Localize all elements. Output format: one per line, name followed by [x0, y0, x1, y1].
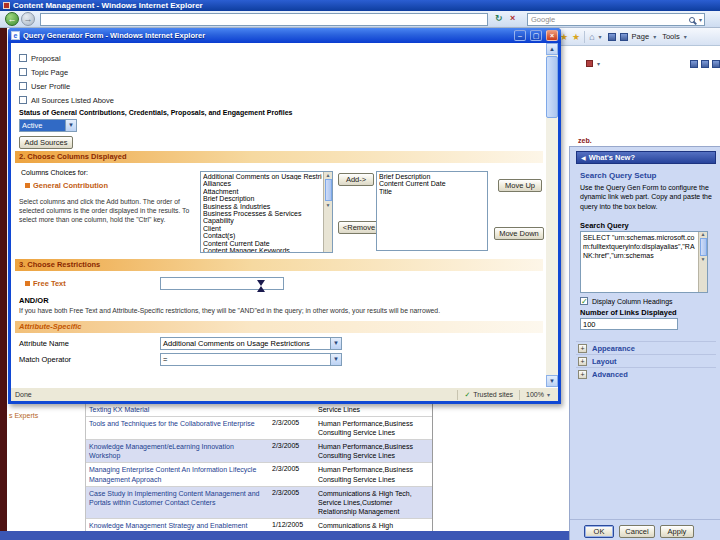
list-scrollbar[interactable]: ▲▼ [323, 172, 332, 252]
row-title-link[interactable]: Knowledge Management Strategy and Enable… [86, 519, 270, 531]
column-option[interactable]: Brief Description [203, 195, 322, 202]
table-row[interactable]: Knowledge Management/eLearning Innovatio… [86, 440, 432, 463]
tool-pane-section[interactable]: + Layout [576, 354, 716, 367]
row-title-link[interactable]: Case Study in Implementing Content Manag… [86, 487, 270, 518]
checked-checkbox-icon[interactable]: ✓ [580, 297, 588, 305]
search-dropdown-icon[interactable]: ▾ [699, 16, 702, 23]
minimize-button[interactable]: – [514, 30, 526, 41]
tools-menu[interactable]: Tools [662, 32, 680, 41]
row-title-link[interactable]: Texting KX Material [86, 403, 270, 416]
table-row[interactable]: Knowledge Management Strategy and Enable… [86, 519, 432, 531]
zoom-dropdown-icon[interactable]: ▾ [547, 391, 550, 398]
selected-column-option[interactable]: Brief Description [379, 173, 485, 180]
close-button[interactable]: × [546, 30, 558, 41]
available-columns-list[interactable]: ▲▼ Additional Comments on Usage Restrict… [200, 171, 333, 253]
status-select[interactable]: Active ▼ [19, 119, 77, 132]
scroll-thumb[interactable] [546, 56, 558, 118]
checkbox-icon[interactable] [19, 96, 27, 104]
column-option[interactable]: Attachment [203, 188, 322, 195]
section3-header: 3. Choose Restrictions [15, 259, 543, 271]
attribute-name-select[interactable]: Additional Comments on Usage Restriction… [160, 337, 342, 350]
popup-titlebar[interactable]: e Query Generator Form - Windows Interne… [8, 28, 561, 43]
chevron-down-icon[interactable]: ▼ [65, 120, 76, 131]
textarea-scrollbar[interactable]: ▲▼ [698, 232, 707, 292]
search-query-textarea[interactable]: SELECT "urn:schemas.microsoft.com:fullte… [580, 231, 708, 293]
forward-button[interactable]: → [21, 12, 35, 26]
add-favorite-icon[interactable]: ★ [572, 32, 580, 42]
source-checkbox-row[interactable]: Proposal [19, 51, 114, 65]
toolbar-icon[interactable] [690, 60, 698, 68]
source-checkbox-row[interactable]: All Sources Listed Above [19, 93, 114, 107]
column-option[interactable]: Client [203, 225, 322, 232]
collapse-arrow-icon[interactable]: ◀ [581, 154, 586, 161]
maximize-button[interactable]: ▢ [530, 30, 542, 41]
remove-column-button[interactable]: <Remove [338, 221, 380, 234]
table-row[interactable]: Tools and Techniques for the Collaborati… [86, 417, 432, 440]
column-option[interactable]: Content Manager Keywords [203, 247, 322, 253]
selected-column-option[interactable]: Content Current Date [379, 180, 485, 187]
column-option[interactable]: Contact(s) [203, 232, 322, 239]
column-option[interactable]: Business & Industries [203, 203, 322, 210]
zoom-control[interactable]: 100% ▾ [519, 390, 558, 400]
add-column-button[interactable]: Add-> [338, 173, 374, 186]
refresh-icon[interactable]: ↻ [495, 13, 503, 23]
display-headings-row[interactable]: ✓ Display Column Headings [580, 297, 673, 305]
apply-button[interactable]: Apply [660, 525, 694, 538]
search-icon[interactable] [689, 17, 695, 23]
selected-columns-list[interactable]: Brief Description Content Current Date T… [376, 171, 488, 251]
tool-pane-section[interactable]: + Appearance [576, 341, 716, 354]
scroll-down-icon[interactable]: ▼ [546, 375, 558, 387]
expand-icon[interactable]: + [578, 357, 587, 366]
checkbox-icon[interactable] [19, 82, 27, 90]
checkbox-label: Proposal [31, 54, 61, 63]
cancel-button[interactable]: Cancel [619, 525, 655, 538]
selected-column-option[interactable]: Title [379, 188, 485, 195]
table-row[interactable]: Texting KX Material Service Lines [86, 403, 432, 417]
print-icon[interactable] [608, 33, 616, 41]
links-displayed-input[interactable] [580, 318, 678, 330]
match-operator-select[interactable]: = ▼ [160, 353, 342, 366]
expand-icon[interactable]: + [578, 344, 587, 353]
toolbar-icon[interactable] [712, 60, 720, 68]
alert-dropdown-icon[interactable]: ▾ [597, 60, 600, 67]
ok-button[interactable]: OK [584, 525, 614, 538]
row-title-link[interactable]: Knowledge Management/eLearning Innovatio… [86, 440, 270, 462]
experts-link[interactable]: s Experts [9, 412, 38, 419]
checkbox-icon[interactable] [19, 68, 27, 76]
whats-new-header[interactable]: ◀ What's New? [576, 151, 716, 164]
favorites-icon[interactable]: ★ [560, 32, 568, 42]
popup-scrollbar[interactable]: ▲ ▼ [546, 43, 558, 387]
expand-icon[interactable]: + [578, 370, 587, 379]
scroll-up-icon[interactable]: ▲ [546, 43, 558, 55]
table-row[interactable]: Managing Enterprise Content An Informati… [86, 463, 432, 486]
column-option[interactable]: Capability [203, 217, 322, 224]
page-menu[interactable]: Page [632, 32, 650, 41]
page-dropdown-icon[interactable]: ▾ [653, 33, 656, 40]
column-option[interactable]: Additional Comments on Usage Restriction… [203, 173, 322, 180]
search-box[interactable]: Google ▾ [527, 13, 705, 26]
source-checkbox-row[interactable]: Topic Page [19, 65, 114, 79]
move-up-button[interactable]: Move Up [498, 179, 542, 192]
back-button[interactable]: ← [5, 12, 19, 26]
toolbar-icon[interactable] [701, 60, 709, 68]
row-title-link[interactable]: Managing Enterprise Content An Informati… [86, 463, 270, 485]
add-sources-button[interactable]: Add Sources [19, 136, 73, 149]
row-title-link[interactable]: Tools and Techniques for the Collaborati… [86, 417, 270, 439]
home-dropdown-icon[interactable]: ▾ [599, 33, 602, 40]
move-down-button[interactable]: Move Down [494, 227, 544, 240]
column-option[interactable]: Alliances [203, 180, 322, 187]
home-icon[interactable]: ⌂ [589, 32, 594, 42]
alert-icon[interactable] [586, 60, 593, 67]
free-text-input[interactable] [160, 277, 284, 290]
source-checkbox-row[interactable]: User Profile [19, 79, 114, 93]
column-option[interactable]: Business Processes & Services [203, 210, 322, 217]
tools-dropdown-icon[interactable]: ▾ [684, 33, 687, 40]
tool-pane-section[interactable]: + Advanced [576, 367, 716, 380]
stop-icon[interactable]: × [510, 13, 515, 23]
column-option[interactable]: Content Current Date [203, 240, 322, 247]
checkbox-icon[interactable] [19, 54, 27, 62]
table-row[interactable]: Case Study in Implementing Content Manag… [86, 487, 432, 519]
chevron-down-icon[interactable]: ▼ [330, 354, 341, 365]
address-bar[interactable] [40, 13, 488, 26]
chevron-down-icon[interactable]: ▼ [330, 338, 341, 349]
